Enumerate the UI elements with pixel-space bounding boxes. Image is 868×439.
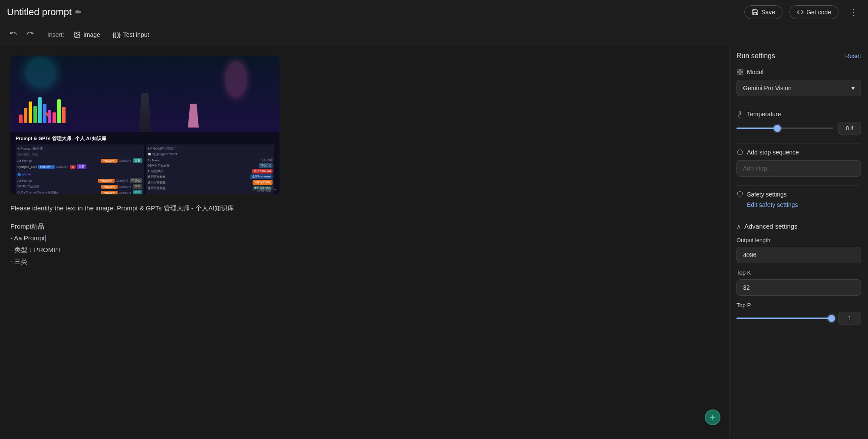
toolbar-divider xyxy=(42,29,42,40)
model-dropdown[interactable]: Gemini Pro Vision ▾ xyxy=(736,80,861,96)
top-k-label: Top K xyxy=(736,269,861,276)
svg-point-6 xyxy=(737,150,743,155)
insert-image-button[interactable]: Image xyxy=(69,29,105,40)
content-line-4: - 三类 xyxy=(10,256,719,267)
temperature-section-label: Temperature xyxy=(747,111,781,118)
top-k-container: Top K xyxy=(736,269,861,296)
divider-4 xyxy=(736,217,861,217)
top-p-slider[interactable] xyxy=(736,314,833,323)
advanced-section: ∧ Advanced settings Output length Top K … xyxy=(736,223,861,324)
redo-button[interactable] xyxy=(23,28,36,41)
header: Untitled prompt ✏ Save Get code ⋮ xyxy=(0,0,868,24)
content-block: Prompt精品 - Aa Prompt - 类型：PROMPT - 三类 xyxy=(10,220,719,267)
svg-point-1 xyxy=(76,33,77,34)
temperature-label: Temperature xyxy=(736,111,861,118)
reset-button[interactable]: Reset xyxy=(845,52,861,59)
text-cursor xyxy=(45,235,46,242)
safety-settings-section: Safety settings Edit safety settings xyxy=(736,191,861,208)
stop-sequence-section: Add stop sequence xyxy=(736,149,861,177)
chevron-up-icon: ∧ xyxy=(736,223,741,230)
undo-button[interactable] xyxy=(7,28,20,41)
image-bottom-section: Prompt & GPTs 管理大师 - 个人 AI 知识库 ♥ Prompt … xyxy=(10,132,279,194)
gemini-fab-button[interactable] xyxy=(705,410,720,425)
content-line-3: - 类型：PROMPT xyxy=(10,244,719,256)
top-p-container: Top P 1 xyxy=(736,302,861,324)
toolbar: Insert: Image {{ }} Test input xyxy=(0,24,868,45)
edit-safety-link[interactable]: Edit safety settings xyxy=(747,201,798,208)
model-section: Model Gemini Pro Vision ▾ xyxy=(736,69,861,96)
divider-2 xyxy=(736,143,861,144)
output-length-label: Output length xyxy=(736,237,861,243)
output-length-container: Output length xyxy=(736,237,861,263)
advanced-section-label: Advanced settings xyxy=(744,223,798,230)
top-k-input[interactable] xyxy=(736,279,861,296)
stop-sequence-input[interactable] xyxy=(736,160,861,177)
settings-header: Run settings Reset xyxy=(736,52,861,60)
stop-sequence-label: Add stop sequence xyxy=(736,149,861,156)
image-top-section: ♥ xyxy=(10,56,279,132)
stop-sequence-section-label: Add stop sequence xyxy=(747,149,799,156)
output-length-input[interactable] xyxy=(736,247,861,263)
save-label: Save xyxy=(761,9,775,16)
more-menu-button[interactable]: ⋮ xyxy=(845,5,861,19)
image-insert-label: Image xyxy=(83,31,100,38)
model-section-label: Model xyxy=(747,69,763,75)
image-container: ♥ Prompt & GPTs 管理大师 - 个人 AI 知识库 ♥ Promp… xyxy=(10,56,279,194)
safety-icon xyxy=(736,191,743,198)
insert-label: Insert: xyxy=(47,31,64,38)
insert-test-input-button[interactable]: {{ }} Test input xyxy=(108,29,154,40)
temperature-slider[interactable] xyxy=(736,124,833,133)
stop-sequence-icon xyxy=(736,149,743,156)
divider-3 xyxy=(736,185,861,186)
save-button[interactable]: Save xyxy=(744,5,783,19)
content-line-2: - Aa Prompt xyxy=(10,232,719,244)
header-right: Save Get code ⋮ xyxy=(744,5,861,19)
settings-title: Run settings xyxy=(736,52,775,60)
temperature-icon xyxy=(736,111,743,118)
dropdown-icon: ▾ xyxy=(852,85,855,92)
svg-rect-2 xyxy=(737,69,739,71)
editor-area[interactable]: ♥ Prompt & GPTs 管理大师 - 个人 AI 知识库 ♥ Promp… xyxy=(0,45,729,439)
edit-icon[interactable]: ✏ xyxy=(75,7,82,17)
temperature-slider-container: 0.4 xyxy=(736,122,861,134)
temperature-section: Temperature 0.4 xyxy=(736,111,861,134)
top-p-slider-container: 1 xyxy=(736,312,861,324)
get-code-button[interactable]: Get code xyxy=(789,5,838,19)
image-title: Prompt & GPTs 管理大师 - 个人 AI 知识库 xyxy=(16,135,274,142)
test-input-label: Test input xyxy=(123,31,149,38)
main-layout: ♥ Prompt & GPTs 管理大师 - 个人 AI 知识库 ♥ Promp… xyxy=(0,45,868,439)
svg-rect-4 xyxy=(737,72,739,75)
svg-rect-3 xyxy=(740,69,743,71)
model-value: Gemini Pro Vision xyxy=(743,85,792,92)
settings-panel: Run settings Reset Model Gemini Pro Visi… xyxy=(729,45,868,439)
header-left: Untitled prompt ✏ xyxy=(7,7,82,18)
image-placeholder: ♥ Prompt & GPTs 管理大师 - 个人 AI 知识库 ♥ Promp… xyxy=(10,56,279,194)
safety-section-label: Safety settings xyxy=(747,191,787,198)
model-icon xyxy=(736,69,743,75)
divider-1 xyxy=(736,105,861,105)
advanced-toggle[interactable]: ∧ Advanced settings xyxy=(736,223,861,230)
content-text: Please identify the text in the image. P… xyxy=(10,203,719,213)
temperature-value[interactable]: 0.4 xyxy=(838,122,861,134)
content-line-1: Prompt精品 xyxy=(10,220,719,232)
model-label: Model xyxy=(736,69,861,75)
page-title: Untitled prompt xyxy=(7,7,72,18)
get-code-label: Get code xyxy=(806,9,831,16)
svg-rect-5 xyxy=(740,72,743,75)
top-p-value[interactable]: 1 xyxy=(838,312,861,324)
safety-label: Safety settings xyxy=(736,191,861,198)
top-p-label: Top P xyxy=(736,302,861,308)
